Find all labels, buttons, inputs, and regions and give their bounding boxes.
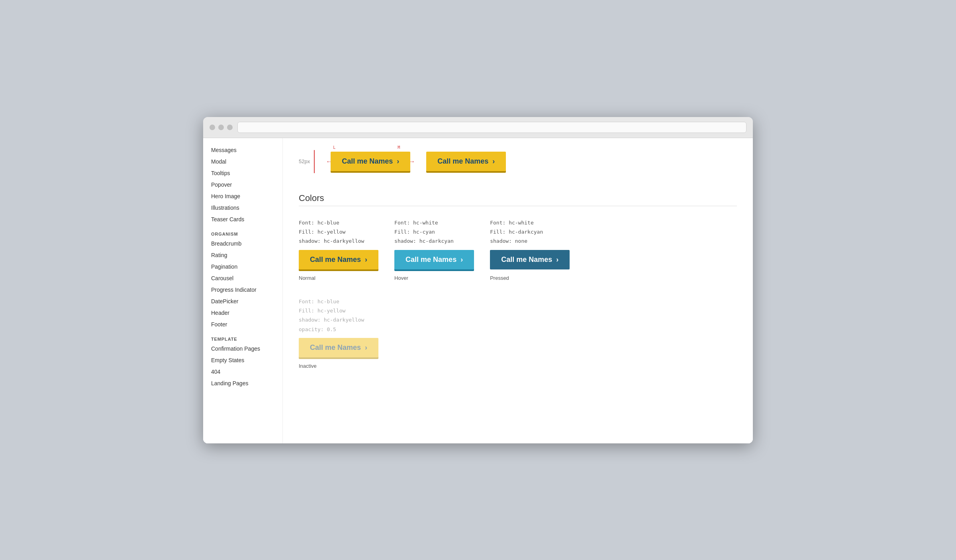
- inactive-grid: Font: hc-blue Fill: hc-yellow shadow: hc…: [299, 297, 737, 369]
- pressed-shadow-spec: shadow: none: [490, 236, 570, 246]
- hover-button-text: Call me Names: [406, 256, 456, 264]
- pressed-button[interactable]: Call me Names ›: [490, 250, 570, 269]
- browser-content: Messages Modal Tooltips Popover Hero Ima…: [203, 138, 753, 443]
- sidebar-item-header[interactable]: Header: [211, 307, 274, 319]
- pressed-font-spec: Font: hc-white: [490, 218, 570, 227]
- normal-button-arrow-icon: ›: [365, 256, 367, 264]
- section-divider: [299, 206, 737, 206]
- normal-button-text: Call me Names: [310, 256, 361, 264]
- pressed-button-text: Call me Names: [501, 256, 552, 264]
- size-label-group: 52px: [299, 150, 315, 173]
- sidebar-item-popover[interactable]: Popover: [211, 179, 274, 191]
- inactive-button: Call me Names ›: [299, 338, 378, 357]
- plain-button-arrow-icon: ›: [492, 157, 495, 166]
- sidebar-item-messages[interactable]: Messages: [211, 144, 274, 156]
- browser-dot-maximize[interactable]: [227, 125, 233, 130]
- size-demo: 52px L M ← → Call me Names › Call me: [299, 150, 737, 173]
- plain-yellow-button[interactable]: Call me Names ›: [426, 152, 506, 171]
- hover-specs: Font: hc-white Fill: hc-cyan shadow: hc-…: [394, 218, 474, 246]
- inactive-font-spec: Font: hc-blue: [299, 297, 378, 306]
- browser-dot-minimize[interactable]: [218, 125, 224, 130]
- normal-button[interactable]: Call me Names ›: [299, 250, 378, 269]
- sidebar-item-datepicker[interactable]: DatePicker: [211, 296, 274, 307]
- color-item-hover: Font: hc-white Fill: hc-cyan shadow: hc-…: [394, 218, 474, 281]
- hover-fill-spec: Fill: hc-cyan: [394, 227, 474, 236]
- organism-section-label: ORGANISM: [211, 232, 274, 236]
- sidebar: Messages Modal Tooltips Popover Hero Ima…: [203, 138, 283, 443]
- sidebar-item-progress-indicator[interactable]: Progress Indicator: [211, 284, 274, 296]
- annotated-button-text: Call me Names: [342, 157, 393, 166]
- browser-dot-close[interactable]: [210, 125, 215, 130]
- annotation-m: M: [398, 145, 400, 150]
- inactive-specs: Font: hc-blue Fill: hc-yellow shadow: hc…: [299, 297, 378, 334]
- color-item-normal: Font: hc-blue Fill: hc-yellow shadow: hc…: [299, 218, 378, 281]
- hover-button[interactable]: Call me Names ›: [394, 250, 474, 269]
- normal-fill-spec: Fill: hc-yellow: [299, 227, 378, 236]
- size-px-label: 52px: [299, 158, 310, 164]
- inactive-fill-spec: Fill: hc-yellow: [299, 306, 378, 315]
- sidebar-item-404[interactable]: 404: [211, 366, 274, 378]
- address-bar[interactable]: [237, 122, 746, 133]
- normal-shadow-spec: shadow: hc-darkyellow: [299, 236, 378, 246]
- normal-state-label: Normal: [299, 275, 378, 281]
- inactive-state-label: Inactive: [299, 363, 378, 369]
- color-item-inactive: Font: hc-blue Fill: hc-yellow shadow: hc…: [299, 297, 378, 369]
- sidebar-item-carousel[interactable]: Carousel: [211, 273, 274, 284]
- sidebar-item-modal[interactable]: Modal: [211, 156, 274, 168]
- browser-window: Messages Modal Tooltips Popover Hero Ima…: [203, 117, 753, 443]
- hover-state-label: Hover: [394, 275, 474, 281]
- color-item-pressed: Font: hc-white Fill: hc-darkcyan shadow:…: [490, 218, 570, 281]
- sidebar-item-hero-image[interactable]: Hero Image: [211, 191, 274, 202]
- sidebar-item-illustrations[interactable]: Illustrations: [211, 202, 274, 214]
- inactive-button-text: Call me Names: [310, 343, 361, 352]
- annotated-button-arrow-icon: ›: [397, 157, 399, 166]
- size-vertical-bar: [314, 150, 315, 173]
- inactive-opacity-spec: opacity: 0.5: [299, 325, 378, 334]
- sidebar-item-tooltips[interactable]: Tooltips: [211, 168, 274, 179]
- sidebar-item-teaser-cards[interactable]: Teaser Cards: [211, 214, 274, 225]
- annotated-button-wrapper: L M ← → Call me Names ›: [331, 152, 410, 171]
- pressed-specs: Font: hc-white Fill: hc-darkcyan shadow:…: [490, 218, 570, 246]
- sidebar-item-footer[interactable]: Footer: [211, 319, 274, 330]
- template-section-label: TEMPLATE: [211, 337, 274, 341]
- colors-grid: Font: hc-blue Fill: hc-yellow shadow: hc…: [299, 218, 737, 281]
- sidebar-item-empty-states[interactable]: Empty States: [211, 355, 274, 366]
- browser-dots: [210, 125, 233, 130]
- hover-shadow-spec: shadow: hc-darkcyan: [394, 236, 474, 246]
- hover-font-spec: Font: hc-white: [394, 218, 474, 227]
- colors-section: Colors Font: hc-blue Fill: hc-yellow sha…: [299, 193, 737, 369]
- sidebar-item-breadcrumb[interactable]: Breadcrumb: [211, 238, 274, 250]
- hover-button-arrow-icon: ›: [460, 256, 463, 264]
- pressed-fill-spec: Fill: hc-darkcyan: [490, 227, 570, 236]
- browser-chrome: [203, 117, 753, 138]
- normal-font-spec: Font: hc-blue: [299, 218, 378, 227]
- sidebar-item-confirmation-pages[interactable]: Confirmation Pages: [211, 343, 274, 355]
- inactive-button-arrow-icon: ›: [365, 343, 367, 352]
- sidebar-item-pagination[interactable]: Pagination: [211, 261, 274, 273]
- colors-section-title: Colors: [299, 193, 737, 203]
- annotation-l: L: [333, 145, 335, 150]
- pressed-state-label: Pressed: [490, 275, 570, 281]
- inactive-shadow-spec: shadow: hc-darkyellow: [299, 315, 378, 324]
- main-content: 52px L M ← → Call me Names › Call me: [283, 138, 753, 443]
- pressed-button-arrow-icon: ›: [556, 256, 558, 264]
- sidebar-item-rating[interactable]: Rating: [211, 250, 274, 261]
- plain-button-text: Call me Names: [437, 157, 488, 166]
- annotated-yellow-button[interactable]: Call me Names ›: [331, 152, 410, 171]
- sidebar-item-landing-pages[interactable]: Landing Pages: [211, 378, 274, 389]
- normal-specs: Font: hc-blue Fill: hc-yellow shadow: hc…: [299, 218, 378, 246]
